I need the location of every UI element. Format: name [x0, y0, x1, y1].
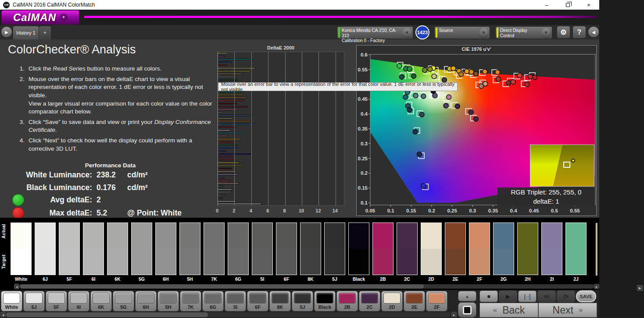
color-button-5F[interactable]: 5F: [46, 291, 67, 311]
deltae-error-bar[interactable]: [218, 112, 223, 113]
color-button-2E[interactable]: 2E: [404, 291, 425, 311]
measured-point[interactable]: [455, 104, 460, 109]
measured-point[interactable]: [432, 74, 436, 79]
measured-point[interactable]: [397, 64, 402, 68]
color-button-5I[interactable]: 5I: [225, 291, 246, 311]
source-dropdown[interactable]: Source ▼: [434, 26, 490, 39]
measured-point[interactable]: [419, 112, 424, 117]
play-button[interactable]: ▶: [499, 290, 517, 302]
deltae-error-bar[interactable]: [218, 76, 236, 78]
measured-point[interactable]: [483, 69, 487, 74]
measured-point[interactable]: [473, 71, 478, 76]
measured-point[interactable]: [528, 74, 533, 79]
button-strip-scrollbar[interactable]: ◀ ▶: [0, 312, 457, 318]
deltae-error-bar[interactable]: [218, 135, 228, 137]
deltae-error-bar[interactable]: [218, 183, 239, 184]
deltae-error-bar[interactable]: [218, 162, 240, 163]
color-button-6F[interactable]: 6F: [247, 291, 268, 311]
deltae-error-bar[interactable]: [218, 168, 232, 169]
measured-point[interactable]: [417, 152, 422, 157]
color-button-6H[interactable]: 6H: [135, 291, 157, 311]
measured-point[interactable]: [451, 66, 456, 71]
measured-point[interactable]: [399, 74, 404, 79]
color-button-2D[interactable]: 2D: [381, 291, 403, 311]
restore-button[interactable]: [557, 0, 578, 10]
measured-point[interactable]: [407, 107, 412, 112]
measured-point[interactable]: [459, 72, 464, 77]
deltae-error-bar[interactable]: [218, 177, 224, 178]
scroll-right-icon[interactable]: ▶: [637, 285, 643, 291]
measured-point[interactable]: [433, 93, 437, 98]
scroll-left-icon[interactable]: ◀: [14, 284, 19, 289]
measured-point[interactable]: [413, 129, 418, 134]
deltae-error-bar[interactable]: [218, 171, 236, 172]
deltae-error-bar[interactable]: [218, 198, 223, 199]
add-tab-button[interactable]: +: [39, 26, 51, 39]
refresh-button[interactable]: ⟳: [557, 290, 575, 302]
deltae-error-bar[interactable]: [218, 67, 255, 69]
deltae-error-bar[interactable]: [218, 194, 226, 196]
minimize-button[interactable]: –: [536, 0, 557, 10]
deltae-error-bar[interactable]: [218, 106, 248, 107]
stop-large-button[interactable]: [458, 302, 476, 318]
color-button-5H[interactable]: 5H: [157, 291, 179, 311]
measured-point[interactable]: [407, 67, 412, 71]
read-series-button[interactable]: [··]: [518, 290, 537, 302]
deltae-error-bar[interactable]: [218, 132, 245, 134]
deltae-error-bar[interactable]: [218, 138, 240, 140]
chevron-down-icon[interactable]: ▼: [402, 28, 411, 37]
eject-button[interactable]: ▲: [458, 291, 476, 301]
scroll-right-icon[interactable]: ▶: [594, 284, 599, 289]
measured-point[interactable]: [473, 117, 478, 121]
measured-point[interactable]: [422, 68, 427, 73]
deltae-error-bar[interactable]: [218, 124, 254, 125]
meter-dropdown[interactable]: Konica Minolta CA-210, CA-310 Calibratio…: [337, 26, 413, 39]
color-button-7K[interactable]: 7K: [180, 291, 201, 311]
color-button-2F[interactable]: 2F: [426, 291, 447, 311]
measured-point[interactable]: [517, 73, 522, 78]
display-control-dropdown[interactable]: Direct Display Control ▼: [495, 26, 552, 39]
measured-point[interactable]: [533, 75, 537, 80]
deltae-error-bar[interactable]: [218, 201, 236, 202]
chevron-down-icon[interactable]: ▼: [541, 28, 551, 37]
deltae-error-bar[interactable]: [218, 64, 227, 66]
color-button-White[interactable]: White: [1, 291, 22, 311]
measured-point[interactable]: [469, 70, 474, 74]
measured-point[interactable]: [421, 94, 426, 99]
save-button[interactable]: SAVE: [576, 290, 596, 302]
deltae-error-bar[interactable]: [218, 191, 231, 193]
deltae-error-bar[interactable]: [218, 53, 228, 54]
deltae-error-bar[interactable]: [218, 97, 247, 98]
deltae-error-bar[interactable]: [218, 150, 226, 152]
deltae-error-bar[interactable]: [218, 165, 243, 166]
deltae-error-bar[interactable]: [218, 203, 261, 205]
measured-point[interactable]: [496, 77, 501, 81]
color-button-2B[interactable]: 2B: [336, 291, 358, 311]
chevron-down-icon[interactable]: ▼: [60, 14, 68, 21]
color-button-5G[interactable]: 5G: [113, 291, 134, 311]
measured-point[interactable]: [411, 74, 416, 78]
color-button-6J[interactable]: 6J: [23, 291, 45, 311]
color-button-6I[interactable]: 6I: [68, 291, 89, 311]
loop-button[interactable]: ∞: [537, 290, 556, 302]
close-button[interactable]: ×: [578, 0, 599, 10]
measured-point[interactable]: [403, 95, 408, 99]
measured-point[interactable]: [506, 81, 511, 85]
deltae-error-bar[interactable]: [218, 73, 242, 74]
deltae-error-bar[interactable]: [218, 94, 243, 95]
measured-point[interactable]: [511, 80, 515, 85]
deltae-error-bar[interactable]: [218, 59, 253, 60]
scroll-left-icon[interactable]: ◀: [0, 312, 6, 317]
measured-point[interactable]: [465, 69, 469, 74]
strip-scrollbar-thumb[interactable]: [20, 284, 424, 289]
deltae-error-bar[interactable]: [218, 141, 233, 143]
deltae-error-bar[interactable]: [218, 56, 225, 57]
measured-point[interactable]: [428, 67, 433, 72]
color-button-6G[interactable]: 6G: [202, 291, 224, 311]
deltae-error-bar[interactable]: [218, 186, 223, 187]
collapse-right-button[interactable]: ◀: [588, 26, 599, 38]
color-button-Black[interactable]: Black: [314, 291, 336, 311]
deltae-error-bar[interactable]: [218, 118, 233, 119]
measured-point[interactable]: [483, 81, 488, 86]
scroll-right-icon[interactable]: ▶: [451, 312, 457, 317]
